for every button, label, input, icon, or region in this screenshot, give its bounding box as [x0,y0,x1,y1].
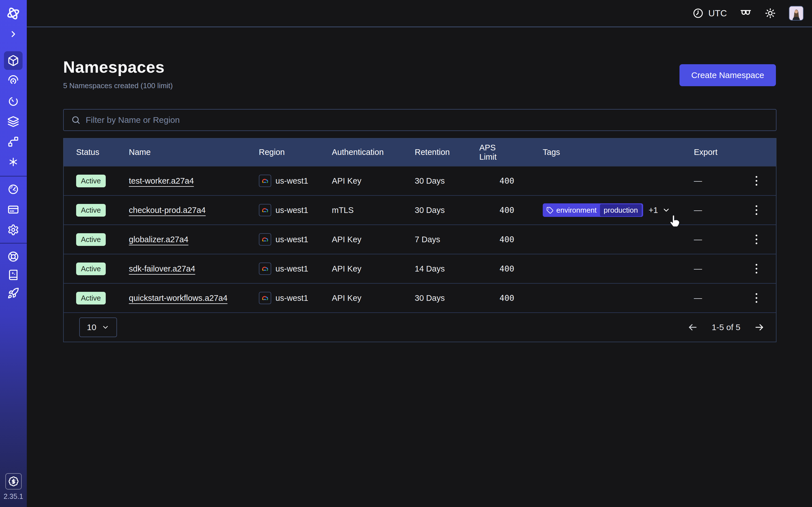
status-badge: Active [76,292,106,304]
export-value: — [694,235,737,244]
sun-icon [765,8,776,19]
monitoring-eye-icon [7,75,19,87]
region-label: us-west1 [275,235,308,244]
timezone-selector[interactable]: UTC [693,8,727,19]
glasses-icon [740,7,752,19]
namespace-link[interactable]: sdk-failover.a27a4 [129,264,195,274]
row-menu-button[interactable] [753,290,760,305]
retention-value: 30 Days [415,206,479,215]
avatar-photo [790,6,803,20]
sidebar-item-namespaces[interactable] [4,51,22,70]
page-size-value: 10 [87,323,96,332]
filter-input[interactable] [86,115,769,125]
cube-icon [7,55,19,66]
tags-expander[interactable]: +1 [649,206,670,215]
auth-value: API Key [332,264,415,274]
page-title: Namespaces [63,57,165,76]
sidebar-divider [0,243,27,244]
namespaces-table: Status Name Region Authentication Retent… [63,138,776,342]
sidebar-item-integrations[interactable] [4,153,22,171]
theme-toggle[interactable] [765,8,776,19]
search-icon [71,115,81,125]
sidebar-item-billing[interactable] [4,200,22,219]
sidebar: 2.35.1 [0,0,27,507]
create-namespace-button[interactable]: Create Namespace [679,64,776,86]
sidebar-item-support[interactable] [4,247,22,266]
next-page-button[interactable] [754,322,765,333]
gcp-region-icon [259,175,271,187]
region-label: us-west1 [275,176,308,186]
auth-value: mTLS [332,206,415,215]
dollar-badge-icon [8,476,19,487]
timezone-label: UTC [708,8,727,18]
table-row: Active test-worker.a27a4 us-west1 API Ke… [64,166,776,195]
table-footer: 10 1-5 of 5 [64,313,776,342]
namespace-link[interactable]: quickstart-workflows.a27a4 [129,293,227,303]
aps-value: 400 [479,264,514,274]
tag-key: environment [556,206,597,215]
table-row: Active sdk-failover.a27a4 us-west1 API K… [64,254,776,283]
col-status: Status [76,148,129,157]
aps-value: 400 [479,176,514,186]
credit-card-icon [7,204,19,216]
table-row: Active globalizer.a27a4 us-west1 API Key… [64,224,776,254]
namespace-link[interactable]: test-worker.a27a4 [129,176,194,186]
temporal-logo-icon[interactable] [4,4,22,23]
filter-bar [63,109,776,131]
user-avatar[interactable] [789,6,804,20]
aps-value: 400 [479,235,514,244]
page-range-label: 1-5 of 5 [712,323,741,332]
row-menu-button[interactable] [753,261,760,276]
row-menu-button[interactable] [753,232,760,247]
tag-icon [546,207,553,214]
col-name: Name [129,148,259,157]
rocket-icon [7,287,19,299]
sidebar-item-monitoring[interactable] [4,71,22,90]
retention-value: 30 Days [415,293,479,303]
status-badge: Active [76,204,106,217]
prev-page-button[interactable] [688,322,698,333]
export-value: — [694,293,737,303]
auth-value: API Key [332,176,415,186]
namespace-link[interactable]: checkout-prod.a27a4 [129,206,206,215]
sidebar-item-nexus[interactable] [4,132,22,151]
sidebar-item-usage[interactable] [4,180,22,199]
sidebar-divider [0,176,27,177]
page-subtitle: 5 Namespaces created (100 limit) [63,81,173,90]
col-export: Export [694,148,737,157]
table-row: Active checkout-prod.a27a4 us-west1 mTLS… [64,195,776,224]
branch-icon [7,136,19,148]
plan-badge-button[interactable] [5,473,22,490]
gcp-region-icon [259,263,271,275]
expand-chevron-icon[interactable] [4,25,22,43]
sidebar-item-batch[interactable] [4,112,22,131]
col-region: Region [259,148,332,157]
feedback-button[interactable] [740,7,752,19]
sidebar-item-settings[interactable] [4,221,22,239]
timer-icon [7,96,19,107]
layers-icon [7,116,19,128]
table-header: Status Name Region Authentication Retent… [64,138,776,166]
tags-more-count: +1 [649,206,658,215]
status-badge: Active [76,263,106,275]
tag-value: production [600,204,642,216]
gauge-icon [7,183,19,195]
main-content: Namespaces 5 Namespaces created (100 lim… [27,28,812,507]
gcp-region-icon [259,233,271,245]
sidebar-item-schedules[interactable] [4,92,22,111]
export-value: — [694,264,737,274]
arrow-left-icon [688,322,698,333]
book-sparkle-icon [8,269,19,281]
tag-pill: environment production [543,203,643,217]
auth-value: API Key [332,293,415,303]
namespace-link[interactable]: globalizer.a27a4 [129,235,188,244]
sidebar-item-docs[interactable] [4,266,22,284]
row-menu-button[interactable] [753,173,760,188]
chevron-down-icon [662,206,670,214]
page-size-select[interactable]: 10 [79,318,117,337]
sidebar-item-getting-started[interactable] [4,284,22,302]
row-menu-button[interactable] [753,203,760,218]
gcp-region-icon [259,204,271,216]
clock-icon [693,8,704,19]
table-row: Active quickstart-workflows.a27a4 us-wes… [64,283,776,313]
